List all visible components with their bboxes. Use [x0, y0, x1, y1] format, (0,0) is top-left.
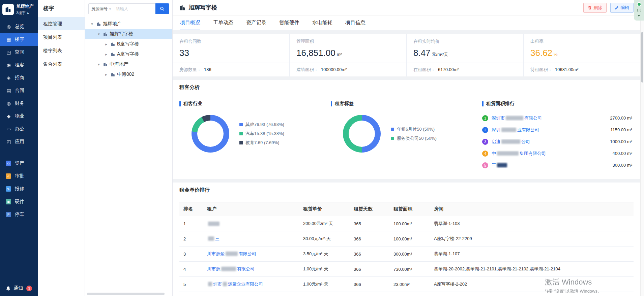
tab-workorder-activity[interactable]: 工单动态 [213, 15, 233, 30]
tree-node-tower-b[interactable]: ▸B座写字楼 [85, 39, 172, 49]
sidebar-item-investment[interactable]: ◈招商 [0, 71, 38, 84]
company-name-suffix: 公司 [521, 139, 530, 144]
table-row: 4 川市源有限公司 1.00元/m²·天 366 730.00m² 翡翠湖-20… [179, 262, 634, 277]
tenant-tags-section: 租客标签 年租6月付50 (50%) 服务类公司50 (50%) [331, 101, 482, 171]
section-title: 租赁面积排行 [486, 101, 515, 107]
company-link[interactable]: 深圳市有限公司 [492, 115, 607, 121]
scrollbar-thumb[interactable] [641, 32, 643, 83]
legend-label: 服务类公司50 (50%) [397, 135, 437, 141]
redacted-text [221, 267, 236, 271]
sidebar-item-space[interactable]: ◳空间 [0, 46, 38, 59]
delete-button[interactable]: 删除 [583, 3, 607, 13]
search-icon [160, 6, 165, 11]
tree-node-zhonghai-002[interactable]: ▸中海002 [85, 69, 172, 79]
tree-node-xuhui-tower[interactable]: ▾旭辉写字楼 [85, 29, 172, 39]
overlay-value: 1.3 [637, 8, 641, 12]
tenant-name-prefix: 川市源 [207, 266, 220, 271]
sidebar-item-apps[interactable]: ◰应用 [0, 135, 38, 148]
legend-item: 教育7.69 (7.69%) [239, 140, 284, 146]
nav-group-divider [0, 148, 38, 157]
sidebar-item-contract[interactable]: ▤合同 [0, 84, 38, 97]
company-link[interactable]: 启迪公司 [492, 139, 607, 145]
sidebar-item-repair[interactable]: ✎报修 [0, 183, 38, 195]
contract-icon: ▤ [6, 88, 12, 93]
overview-icon: ◎ [6, 24, 12, 29]
brand-name: 旭辉地产 [16, 3, 34, 9]
sidebar-item-label: 报修 [15, 186, 24, 192]
menu-item-collection-list[interactable]: 集合列表 [38, 57, 85, 71]
tree-node-zhonghai-group[interactable]: ▾中海地产 [85, 59, 172, 69]
menu-item-project-list[interactable]: 项目列表 [38, 30, 85, 44]
table-row: 3 川市源聚有限公司 3.50元/m²·天 366 300.00m² 翡翠湖-1… [179, 246, 634, 262]
section-title: 租客行业 [183, 101, 202, 107]
caret-right-icon: ▸ [104, 52, 109, 57]
stat-sub-value: 100000.00m² [321, 67, 347, 72]
tenant-link[interactable] [207, 221, 221, 226]
tenant-name-suffix: 有限公司 [237, 266, 255, 271]
section-title: 租客标签 [335, 101, 354, 107]
tenant-link[interactable]: 三 [207, 236, 219, 241]
tree-node-label: 中海002 [117, 71, 134, 77]
tenant-name-suffix: 源聚企业有限公司 [228, 282, 263, 287]
tenant-link[interactable]: 川市源聚有限公司 [207, 251, 256, 256]
search-button[interactable] [155, 3, 169, 14]
tab-utility-energy[interactable]: 水电能耗 [312, 15, 332, 30]
sidebar-item-approval[interactable]: ✓审批 [0, 170, 38, 183]
finance-icon: ◍ [6, 101, 12, 106]
area-rank-row: 5 三 300.00 m² [482, 159, 632, 171]
vertical-scrollbar[interactable] [640, 0, 644, 296]
sidebar-item-property[interactable]: ◆物业 [0, 110, 38, 123]
menu-item-building-list[interactable]: 楼宇列表 [38, 44, 85, 57]
notification-button[interactable]: 通知 3 [0, 285, 38, 291]
tenant-link[interactable]: 川市源有限公司 [207, 266, 255, 271]
menu-item-rent-control[interactable]: 租控管理 [38, 17, 85, 30]
investment-icon: ◈ [6, 75, 12, 80]
legend-label: 年租6月付50 (50%) [397, 126, 435, 132]
sidebar-item-asset[interactable]: ◇资产 [0, 157, 38, 170]
redacted-text [223, 282, 227, 286]
tab-project-overview[interactable]: 项目概况 [180, 15, 200, 30]
tenant-name-prefix: 川市源聚 [207, 251, 225, 256]
search-type-select[interactable]: 房源编号▾ [88, 3, 113, 14]
tab-asset-records[interactable]: 资产记录 [246, 15, 266, 30]
screen-overlay-widget[interactable]: 1.3 ▼ [634, 0, 644, 21]
notification-label: 通知 [13, 285, 23, 291]
redacted-text [497, 163, 507, 167]
sidebar-item-finance[interactable]: ◍财务 [0, 97, 38, 110]
sidebar-item-overview[interactable]: ◎总览 [0, 20, 38, 33]
tenant-analysis-card: 租客分析 租客行业 其他76.93 (76.93%) 汽车15.38 (15.3… [173, 80, 640, 179]
stat-active-contracts: 在租合同数 33 房源数量：186 [173, 34, 290, 76]
edit-icon [615, 6, 619, 10]
stat-unit: m² [337, 52, 342, 57]
card-title: 租客分析 [173, 80, 640, 95]
search-input[interactable] [113, 3, 155, 14]
tree-node-label: 中海地产 [110, 61, 128, 67]
company-link[interactable]: 深圳业有限公司 [492, 127, 607, 133]
tree-node-xuhui-group[interactable]: ▾旭辉地产 [85, 19, 172, 29]
sidebar-item-building[interactable]: ▦楼宇 [0, 33, 38, 46]
edit-label: 编辑 [620, 5, 629, 11]
brand-switcher[interactable]: 旭辉地产 3楼宇▸ [0, 0, 38, 20]
stat-sub-label: 在租面积： [413, 67, 435, 72]
stat-sub-label: 建筑面积： [296, 67, 318, 72]
brand-sub-label: 3楼宇 [16, 10, 26, 15]
stat-value: 36.62 [530, 48, 552, 58]
legend-swatch [391, 137, 394, 140]
company-link[interactable]: 三 [492, 162, 609, 168]
industry-donut-chart [192, 115, 229, 153]
tenant-link[interactable]: 圳市源聚企业有限公司 [207, 282, 263, 287]
tab-project-info[interactable]: 项目信息 [345, 15, 365, 30]
tab-smart-hardware[interactable]: 智能硬件 [279, 15, 299, 30]
sidebar-item-hardware[interactable]: ▣硬件 [0, 195, 38, 208]
sidebar-item-tenant[interactable]: ◉租客 [0, 59, 38, 71]
horizontal-scrollbar[interactable] [87, 293, 165, 295]
sidebar-item-parking[interactable]: P停车 [0, 208, 38, 221]
tree-node-tower-a[interactable]: ▸A座写字楼 [85, 49, 172, 59]
tenant-name-suffix: 三 [215, 236, 219, 241]
company-link[interactable]: 中集团有限公司 [492, 151, 609, 157]
sidebar-item-office[interactable]: ▭办公 [0, 123, 38, 135]
brand-text: 旭辉地产 3楼宇▸ [16, 3, 34, 15]
legend-label: 其他76.93 (76.93%) [245, 122, 284, 128]
edit-button[interactable]: 编辑 [610, 3, 634, 13]
cell-days: 366 [350, 277, 389, 292]
